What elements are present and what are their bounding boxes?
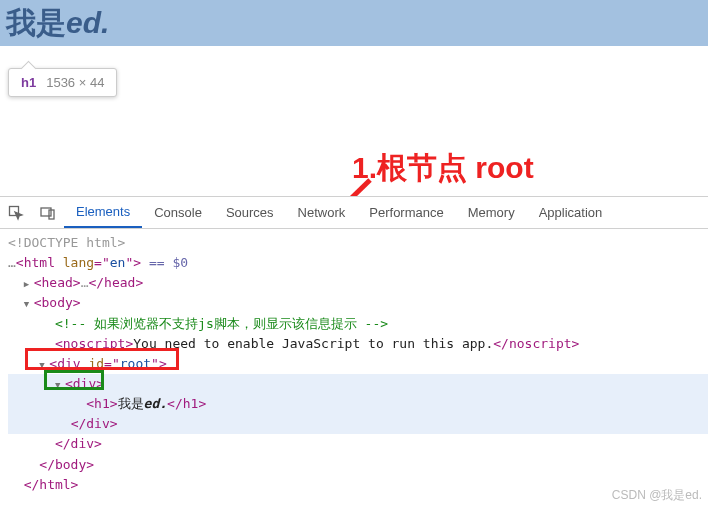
dom-html[interactable]: …<html lang="en"> == $0 — [8, 253, 708, 273]
dom-h1[interactable]: <h1>我是ed.</h1> — [8, 394, 708, 414]
tab-application[interactable]: Application — [527, 197, 615, 228]
tab-console[interactable]: Console — [142, 197, 214, 228]
devtools-tabbar: Elements Console Sources Network Perform… — [0, 197, 708, 229]
dom-html-close[interactable]: </html> — [8, 475, 708, 495]
tab-performance[interactable]: Performance — [357, 197, 455, 228]
annotation-1: 1.根节点 root — [352, 148, 534, 189]
dom-head[interactable]: <head>…</head> — [8, 273, 708, 293]
highlight-box-innerdiv — [44, 370, 104, 390]
inspect-icon[interactable] — [0, 205, 32, 221]
tab-elements[interactable]: Elements — [64, 197, 142, 228]
rendered-page-header: 我是ed. — [0, 0, 708, 46]
dom-doctype[interactable]: <!DOCTYPE html> — [8, 233, 708, 253]
dom-inner-div[interactable]: <div> — [8, 374, 708, 394]
tab-memory[interactable]: Memory — [456, 197, 527, 228]
tooltip-dimensions: 1536 × 44 — [46, 75, 104, 90]
dom-comment[interactable]: <!-- 如果浏览器不支持js脚本，则显示该信息提示 --> — [8, 314, 708, 334]
device-mode-icon[interactable] — [32, 205, 64, 221]
highlight-box-root — [25, 348, 179, 370]
tab-sources[interactable]: Sources — [214, 197, 286, 228]
dom-inner-div-close[interactable]: </div> — [8, 414, 708, 434]
page-title: 我是ed. — [6, 3, 109, 44]
dom-body-open[interactable]: <body> — [8, 293, 708, 313]
watermark: CSDN @我是ed. — [612, 487, 702, 504]
tab-network[interactable]: Network — [286, 197, 358, 228]
tooltip-tagname: h1 — [21, 75, 36, 90]
dom-body-close[interactable]: </body> — [8, 455, 708, 475]
element-dimension-tooltip: h11536 × 44 — [8, 68, 117, 97]
dom-div-root-close[interactable]: </div> — [8, 434, 708, 454]
